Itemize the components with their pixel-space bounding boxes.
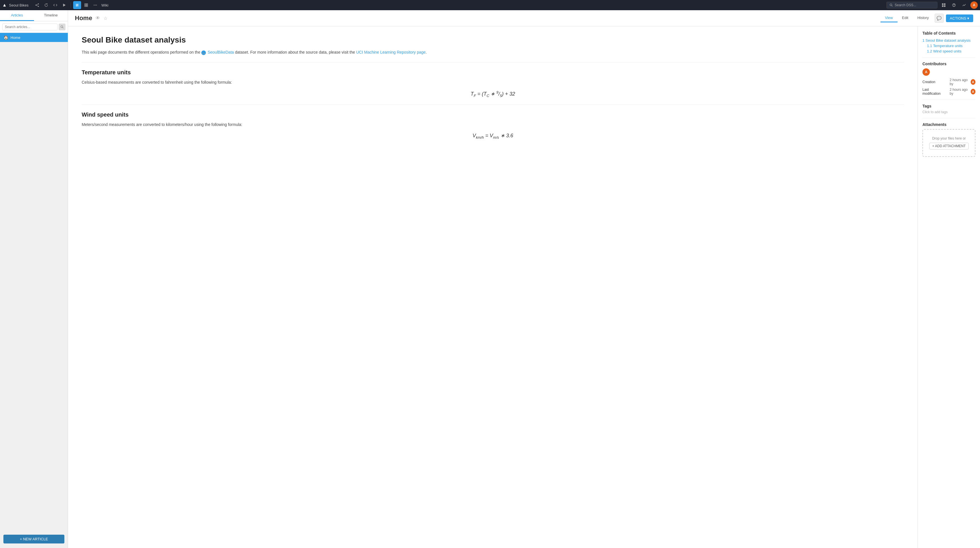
attachments-dropzone[interactable]: Drop your files here or + ADD ATTACHMENT (923, 129, 975, 157)
svg-line-26 (63, 27, 64, 29)
drop-text: Drop your files here or (926, 137, 972, 140)
wiki-label: Wiki (102, 3, 108, 7)
svg-rect-11 (86, 4, 88, 5)
ml-repo-link[interactable]: UCI Machine Learning Repository page (356, 50, 426, 54)
view-icon[interactable]: 👁 (95, 16, 100, 21)
temp-formula: TF = (TC ∗ 9/5) + 32 (82, 90, 904, 98)
contributor-avatar: A (923, 68, 930, 76)
wiki-icon[interactable] (73, 1, 81, 9)
tab-articles[interactable]: Articles (0, 10, 34, 21)
share-icon[interactable] (33, 1, 41, 9)
creation-row: Creation 2 hours ago by A (923, 78, 975, 86)
right-panel-divider-3 (923, 118, 975, 118)
wind-formula: Vkm/h = Vm/s ∗ 3.6 (82, 132, 904, 140)
last-mod-label: Last modification (923, 88, 948, 96)
content-area: Home 👁 ☆ View Edit History 💬 ACTIONS ▾ S… (68, 10, 980, 548)
creation-avatar: A (970, 79, 975, 85)
svg-rect-13 (86, 5, 88, 6)
svg-rect-19 (942, 3, 943, 5)
svg-point-16 (96, 5, 97, 6)
topnav: ▲ Seoul Bikes Wiki Search DSS... A (0, 0, 980, 10)
tab-view[interactable]: View (880, 14, 897, 22)
tab-edit[interactable]: Edit (897, 14, 913, 22)
svg-point-1 (35, 5, 36, 6)
analytics-icon[interactable] (960, 1, 968, 9)
sidebar: Articles Timeline 🏠 Home + NEW ARTICLE (0, 10, 68, 548)
toc-item-1[interactable]: 1.1 Temperature units (923, 44, 975, 48)
tags-placeholder[interactable]: Click to add tags (923, 110, 975, 114)
search-placeholder: Search DSS... (895, 3, 916, 7)
svg-rect-12 (84, 5, 86, 6)
svg-marker-5 (63, 4, 65, 7)
content-body: Seoul Bike dataset analysis This wiki pa… (68, 26, 980, 548)
user-avatar[interactable]: A (970, 2, 978, 9)
svg-line-18 (892, 6, 892, 6)
add-attachment-button[interactable]: + ADD ATTACHMENT (929, 143, 969, 150)
dataset-link[interactable]: SeoulBikeData (208, 50, 234, 54)
svg-rect-10 (84, 4, 86, 5)
sidebar-search (0, 21, 68, 33)
svg-rect-20 (944, 3, 945, 5)
comment-icon[interactable]: 💬 (935, 14, 944, 23)
header-tabs: View Edit History 💬 ACTIONS ▾ (880, 14, 973, 23)
refresh-icon[interactable] (42, 1, 50, 9)
search-box[interactable]: Search DSS... (886, 2, 937, 8)
last-mod-row: Last modification 2 hours ago by A (923, 88, 975, 96)
svg-rect-8 (76, 5, 78, 5)
contributor-row: A (923, 68, 975, 76)
section-divider-1 (82, 62, 904, 62)
article-title: Seoul Bike dataset analysis (82, 35, 904, 45)
search-articles-input[interactable] (2, 24, 57, 30)
sidebar-tabs: Articles Timeline (0, 10, 68, 21)
svg-point-25 (61, 26, 63, 28)
last-mod-avatar: A (970, 89, 975, 94)
wind-section-title: Wind speed units (82, 112, 904, 118)
svg-rect-7 (76, 4, 78, 5)
grid-icon[interactable] (940, 1, 948, 9)
attachments-title: Attachments (923, 122, 975, 127)
toc-item-0[interactable]: 1 Seoul Bike dataset analysis (923, 38, 975, 43)
svg-rect-21 (942, 5, 943, 7)
temp-section-text: Celsius-based measurements are converted… (82, 79, 904, 85)
svg-point-2 (38, 6, 39, 7)
last-mod-time: 2 hours ago by (950, 88, 969, 96)
toc-item-2[interactable]: 1.2 Wind speed units (923, 49, 975, 53)
tab-history[interactable]: History (913, 14, 933, 22)
tags-title: Tags (923, 104, 975, 108)
search-icon[interactable] (59, 24, 65, 30)
creation-label: Creation (923, 80, 948, 84)
svg-rect-22 (944, 5, 945, 7)
home-icon: 🏠 (3, 35, 8, 40)
content-header: Home 👁 ☆ View Edit History 💬 ACTIONS ▾ (68, 10, 980, 26)
svg-point-0 (38, 3, 39, 5)
svg-point-14 (94, 5, 94, 6)
section-divider-2 (82, 104, 904, 105)
tab-timeline[interactable]: Timeline (34, 10, 68, 21)
play-icon[interactable] (60, 1, 68, 9)
project-name[interactable]: Seoul Bikes (9, 3, 29, 7)
svg-line-3 (36, 4, 38, 5)
article-content: Seoul Bike dataset analysis This wiki pa… (68, 26, 918, 548)
help-icon[interactable] (950, 1, 958, 9)
svg-point-17 (890, 4, 892, 6)
app-logo: ▲ (2, 3, 7, 8)
sidebar-item-home[interactable]: 🏠 Home (0, 33, 68, 42)
svg-point-15 (95, 5, 95, 6)
page-title: Home (75, 14, 92, 22)
main-layout: Articles Timeline 🏠 Home + NEW ARTICLE H… (0, 10, 980, 548)
toc-title: Table of Contents (923, 31, 975, 35)
new-article-button[interactable]: + NEW ARTICLE (3, 535, 64, 543)
contributors-title: Contributors (923, 62, 975, 66)
svg-line-4 (36, 5, 38, 6)
sidebar-item-home-label: Home (11, 35, 21, 40)
article-intro: This wiki page documents the different o… (82, 49, 904, 55)
right-panel: Table of Contents 1 Seoul Bike dataset a… (918, 26, 980, 548)
more-icon[interactable] (91, 1, 99, 9)
code-icon[interactable] (51, 1, 59, 9)
dataset-link-icon: 🚲 (201, 51, 206, 55)
wind-section-text: Meters/second measurements are converted… (82, 121, 904, 127)
dashboard-icon[interactable] (82, 1, 90, 9)
star-icon[interactable]: ☆ (103, 16, 107, 21)
actions-button[interactable]: ACTIONS ▾ (946, 14, 973, 22)
topnav-right: Search DSS... A (886, 1, 978, 9)
